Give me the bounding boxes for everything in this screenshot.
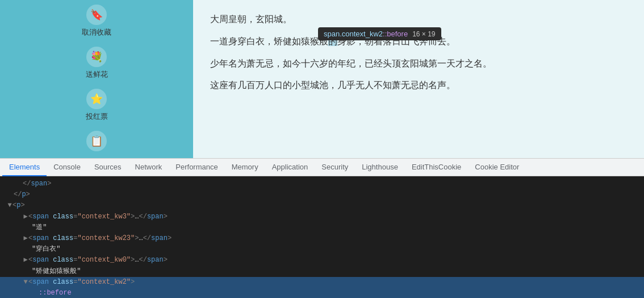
code-line-7: "穿白衣" bbox=[0, 244, 644, 255]
para2-text-1: 一道身穿白衣，矫健如猿猴般 bbox=[210, 36, 328, 46]
tab-performance[interactable]: Performance bbox=[169, 158, 224, 176]
tab-security[interactable]: Security bbox=[315, 158, 355, 176]
tab-application[interactable]: Application bbox=[265, 158, 315, 176]
tab-network[interactable]: Network bbox=[128, 158, 169, 176]
code-line-1: </span> bbox=[0, 179, 644, 189]
code-line-8: ▶<span class="context_kw0">…</span> bbox=[0, 255, 644, 266]
code-line-10[interactable]: ▼<span class="context_kw2"> bbox=[0, 277, 644, 288]
code-line-2: </p> bbox=[0, 189, 644, 200]
left-sidebar: 🔖 取消收藏 💐 送鲜花 ⭐ 投红票 📋 bbox=[0, 0, 193, 158]
bookmark-icon: 🔖 bbox=[86, 5, 107, 25]
para1-text: 大周皇朝，玄阳城。 bbox=[210, 14, 292, 24]
more-icon: 📋 bbox=[86, 131, 107, 151]
novel-content: 大周皇朝，玄阳城。 一道身穿白衣，矫健如猿猴般的身影，朝着落日山飞奔而去。 少年… bbox=[210, 11, 627, 94]
vote-icon: ⭐ bbox=[86, 89, 107, 109]
element-tooltip: span.context_kw2::before 16 × 19 bbox=[318, 27, 441, 40]
paragraph-1: 大周皇朝，玄阳城。 bbox=[210, 11, 627, 28]
page-preview: 🔖 取消收藏 💐 送鲜花 ⭐ 投红票 📋 span.context_kw2::b… bbox=[0, 0, 644, 158]
code-line-9: "矫健如猿猴般" bbox=[0, 266, 644, 277]
tooltip-selector: span.context_kw2::before bbox=[324, 30, 408, 38]
code-line-11: ::before bbox=[0, 288, 644, 298]
bookmark-action[interactable]: 🔖 取消收藏 bbox=[0, 0, 193, 42]
para3-text: 少年名为萧无忌，如今十六岁的年纪，已经头顶玄阳城第一天才之名。 bbox=[210, 59, 492, 68]
tab-sources[interactable]: Sources bbox=[87, 158, 128, 176]
more-action[interactable]: 📋 bbox=[0, 126, 193, 158]
vote-action[interactable]: ⭐ 投红票 bbox=[0, 84, 193, 126]
flower-icon: 💐 bbox=[86, 47, 107, 67]
code-line-5: "道" bbox=[0, 222, 644, 233]
devtools-tab-bar: Elements Console Sources Network Perform… bbox=[0, 158, 644, 176]
code-line-3: ▼<p> bbox=[0, 200, 644, 211]
para4-text: 这座有几百万人口的小型城池，几乎无人不知萧无忌的名声。 bbox=[210, 80, 455, 90]
code-line-4: ▶<span class="context_kw3">…</span> bbox=[0, 212, 644, 222]
paragraph-4: 这座有几百万人口的小型城池，几乎无人不知萧无忌的名声。 bbox=[210, 77, 627, 94]
tooltip-pseudo: ::before bbox=[383, 30, 408, 38]
flower-action[interactable]: 💐 送鲜花 bbox=[0, 42, 193, 84]
paragraph-3: 少年名为萧无忌，如今十六岁的年纪，已经头顶玄阳城第一天才之名。 bbox=[210, 56, 627, 72]
tab-editthiscookie[interactable]: EditThisCookie bbox=[405, 158, 468, 176]
main-content: span.context_kw2::before 16 × 19 大周皇朝，玄阳… bbox=[193, 0, 644, 158]
tab-elements[interactable]: Elements bbox=[2, 158, 47, 176]
tab-lighthouse[interactable]: Lighthouse bbox=[355, 158, 405, 176]
code-line-6: ▶<span class="context_kw23">…</span> bbox=[0, 233, 644, 244]
bookmark-label: 取消收藏 bbox=[82, 27, 111, 38]
vote-label: 投红票 bbox=[86, 111, 108, 122]
tab-cookie-editor[interactable]: Cookie Editor bbox=[468, 158, 526, 176]
flower-label: 送鲜花 bbox=[86, 69, 108, 80]
tab-console[interactable]: Console bbox=[47, 158, 87, 176]
tab-memory[interactable]: Memory bbox=[225, 158, 265, 176]
devtools-panel: </span> </p> ▼<p> ▶<span class="context_… bbox=[0, 176, 644, 298]
tooltip-size: 16 × 19 bbox=[412, 30, 435, 38]
